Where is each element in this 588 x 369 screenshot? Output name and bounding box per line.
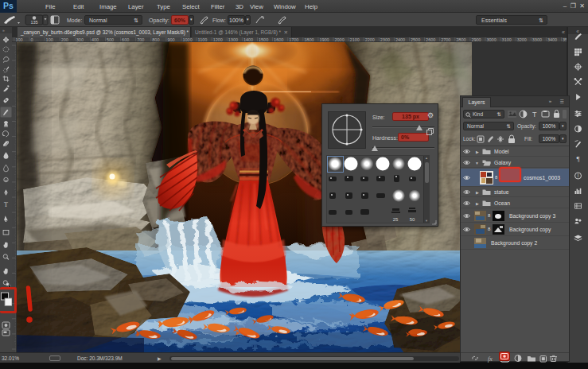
svg-text:135: 135 <box>30 20 37 25</box>
svg-text:T: T <box>4 201 8 208</box>
svg-text:25: 25 <box>393 217 399 222</box>
svg-text:50: 50 <box>410 217 415 222</box>
svg-text:»: » <box>2 28 5 33</box>
svg-text:«: « <box>576 29 579 34</box>
svg-text:fx: fx <box>488 355 493 363</box>
svg-text:T: T <box>532 111 537 118</box>
svg-text:i: i <box>578 173 578 178</box>
svg-text:¶: ¶ <box>577 155 580 163</box>
